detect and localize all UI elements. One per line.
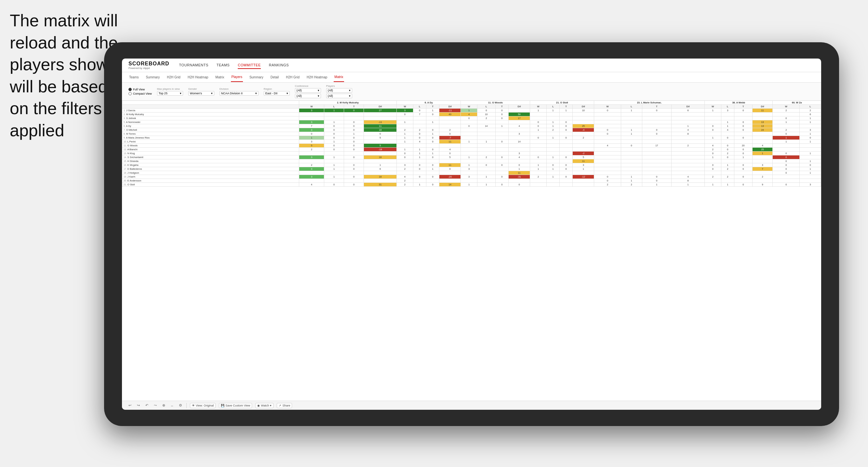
subh-l5: L <box>621 105 642 108</box>
compact-view-label: Compact View <box>133 92 152 95</box>
gender-select[interactable]: Women's ▾ <box>188 91 214 96</box>
view-options: Full View Compact View <box>128 88 152 95</box>
table-row: 6. A Dy 70011 01414 01025 1 01013 <box>122 124 821 128</box>
max-players-label: Max players in view <box>157 88 183 90</box>
col-player-name <box>122 101 299 105</box>
subnav-h2h-grid2[interactable]: H2H Grid <box>285 73 300 82</box>
nav-tournaments[interactable]: TOURNAMENTS <box>179 62 209 69</box>
conference-label: Conference <box>295 85 321 88</box>
logo-main: SCOREBOARD <box>128 61 169 67</box>
zoom-icon[interactable]: ⊕ <box>161 403 166 408</box>
matrix-table: 2. M Kelly Mulcahy 6. A Dy 11. G Woods 2… <box>122 100 821 187</box>
subnav-summary2[interactable]: Summary <box>249 73 264 82</box>
subh-t6: T <box>734 105 752 108</box>
tablet-device: SCOREBOARD Powered by clippd TOURNAMENTS… <box>104 42 839 426</box>
table-row: 8. M Torres 0010 1010 3 0108 01 <box>122 132 821 136</box>
gender-filter: Gender Women's ▾ <box>188 88 214 96</box>
table-row: 11. G Woods 5005 40172 40204 <box>122 144 821 148</box>
subh-w6: W <box>705 105 721 108</box>
player-name: 17. D Ballesteros <box>122 167 299 171</box>
player-name: 18. J Hodgson <box>122 171 299 175</box>
subh-t3: T <box>495 105 508 108</box>
subnav-h2h-heatmap2[interactable]: H2H Heatmap <box>306 73 328 82</box>
players-select2[interactable]: (All) ▾ <box>326 94 352 98</box>
subh-dif1: Dif <box>364 105 397 108</box>
subh-l7: L <box>800 105 821 108</box>
subh-w7: W <box>773 105 800 108</box>
toolbar-divider <box>186 403 187 408</box>
subnav-teams[interactable]: Teams <box>128 73 139 82</box>
col-a-dy: 6. A Dy <box>397 101 461 105</box>
subnav-matrix[interactable]: Matrix <box>215 73 225 82</box>
nav-items: TOURNAMENTS TEAMS COMMITTEE RANKINGS <box>179 62 289 69</box>
player-name: 14. S Srichantamit <box>122 155 299 159</box>
nav-committee[interactable]: COMMITTEE <box>238 62 261 69</box>
region-select[interactable]: East - DII ▾ <box>264 91 290 96</box>
table-row: 13. N Klug 0110 3 -2 0201 01 <box>122 152 821 155</box>
table-row: 14. S Srichantamit 31018 0105 1204 0105 … <box>122 155 821 159</box>
full-view-radio[interactable] <box>128 88 132 91</box>
conference-select2[interactable]: (All) ▾ <box>295 94 321 98</box>
compact-view-option[interactable]: Compact View <box>128 92 152 95</box>
compact-view-radio[interactable] <box>128 92 132 95</box>
subh-dif2: Dif <box>439 105 461 108</box>
table-row: 1. J Garcia 31027 301-11 100 11110 0106 … <box>122 108 821 113</box>
subnav-h2h-grid[interactable]: H2H Grid <box>166 73 181 82</box>
subh-dif5: Dif <box>672 105 705 108</box>
table-row: 2. M Kelly Mulcahy 07040 410050 6 <box>122 113 821 117</box>
col-g-woods: 11. G Woods <box>461 101 530 105</box>
tablet-screen: SCOREBOARD Powered by clippd TOURNAMENTS… <box>122 59 821 410</box>
player-name: 8. M Torres <box>122 132 299 136</box>
full-view-option[interactable]: Full View <box>128 88 152 91</box>
subh-dif6: Dif <box>752 105 773 108</box>
watch-btn[interactable]: ◉ Watch ▾ <box>255 403 274 408</box>
forward-icon[interactable]: ⤳ <box>153 403 158 408</box>
table-row: 15. H Stranda 11 01 <box>122 159 821 163</box>
subnav-detail[interactable]: Detail <box>270 73 280 82</box>
player-name: 1. J Garcia <box>122 108 299 113</box>
conference-select[interactable]: (All) ▾ <box>295 88 321 93</box>
subh-t1: T <box>344 105 364 108</box>
logo-sub: Powered by clippd <box>128 67 169 70</box>
region-filter: Region East - DII ▾ <box>264 88 290 96</box>
sub-nav: Teams Summary H2H Grid H2H Heatmap Matri… <box>122 72 821 83</box>
save-custom-btn[interactable]: 💾 Save Custom View <box>219 403 252 408</box>
share-btn[interactable]: ↗ Share <box>277 403 292 408</box>
table-row: 17. D Ballesteros 3106 2010 31 1101 0207… <box>122 167 821 171</box>
table-row: 7. O Mitchell 30018 2202 120-4 0104 0402… <box>122 128 821 132</box>
region-label: Region <box>264 88 290 90</box>
back-icon[interactable]: ↶ <box>144 403 149 408</box>
col-m-kelly: 2. M Kelly Mulcahy <box>299 101 397 105</box>
max-players-select[interactable]: Top 25 ▾ <box>157 91 183 96</box>
player-name: 6. A Dy <box>122 124 299 128</box>
watch-label: Watch <box>261 404 269 407</box>
settings-icon[interactable]: ⚙ <box>178 403 183 408</box>
subh-t2: T <box>426 105 439 108</box>
col-a-webb: 38. A Webb <box>705 101 773 105</box>
table-row: 19. J Karrh 31018 400-20 310-31 210-12 0… <box>122 175 821 179</box>
player-name: 10. L Perini <box>122 140 299 144</box>
redo-icon[interactable]: ↪ <box>135 403 141 408</box>
view-original-btn[interactable]: 👁 View: Original <box>190 403 216 408</box>
table-row: 9. A Maria Jimenez Rios 1005 100-7 0102 … <box>122 136 821 140</box>
zoom-level[interactable]: – <box>169 403 175 408</box>
undo-icon[interactable]: ↩ <box>127 403 132 408</box>
subh-dif4: Dif <box>573 105 594 108</box>
player-name: 21. O Stoll <box>122 183 299 187</box>
nav-teams[interactable]: TEAMS <box>217 62 229 69</box>
subh-l1: L <box>324 105 344 108</box>
players-select[interactable]: (All) ▾ <box>326 88 352 93</box>
subnav-h2h-heatmap[interactable]: H2H Heatmap <box>187 73 209 82</box>
table-row: 12. A Bianchi 200-18 1104 20025 <box>122 148 821 152</box>
subh-w1: W <box>299 105 324 108</box>
table-row: 16. K Mcgaha 2101 30011 1000 1003 0103 0… <box>122 163 821 167</box>
col-w-za: 60. W Za <box>773 101 821 105</box>
share-label: Share <box>282 404 290 407</box>
nav-rankings[interactable]: RANKINGS <box>269 62 289 69</box>
division-select[interactable]: NCAA Division II ▾ <box>219 91 258 96</box>
player-name: 19. J Karrh <box>122 175 299 179</box>
table-row: 20. E Andersson 2 0108 <box>122 179 821 183</box>
subnav-players[interactable]: Players <box>231 72 243 82</box>
subnav-matrix2[interactable]: Matrix <box>334 72 344 82</box>
subnav-summary[interactable]: Summary <box>145 73 160 82</box>
